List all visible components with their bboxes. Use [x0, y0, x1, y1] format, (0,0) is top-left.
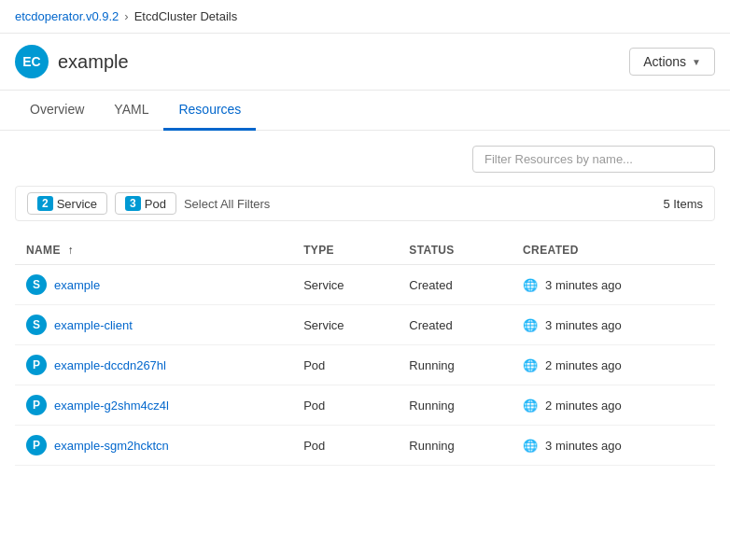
pod-count: 3 [125, 196, 141, 211]
table-row: S example Service Created 🌐 3 minutes ag… [15, 265, 715, 305]
filter-tags-row: 2 Service 3 Pod Select All Filters 5 Ite… [15, 186, 715, 221]
breadcrumb-parent[interactable]: etcdoperator.v0.9.2 [15, 9, 119, 23]
resource-name-link[interactable]: example-client [54, 318, 133, 332]
row-type: Service [292, 265, 398, 305]
resource-type-icon: P [26, 435, 47, 455]
filter-input[interactable] [472, 146, 715, 173]
items-count: 5 Items [663, 197, 703, 211]
sort-arrow-icon: ↑ [67, 244, 73, 257]
filter-tag-service[interactable]: 2 Service [27, 192, 107, 215]
table-row: P example-dccdn267hl Pod Running 🌐 2 min… [15, 345, 715, 385]
row-type: Service [292, 305, 398, 345]
row-type: Pod [292, 385, 398, 426]
filter-row [15, 146, 715, 173]
table-row: P example-sgm2hcktcn Pod Running 🌐 3 min… [15, 426, 715, 466]
created-time: 3 minutes ago [545, 318, 622, 332]
breadcrumb: etcdoperator.v0.9.2 › EtcdCluster Detail… [0, 0, 730, 34]
table-row: P example-g2shm4cz4l Pod Running 🌐 2 min… [15, 385, 715, 426]
service-count: 2 [37, 196, 53, 211]
service-label: Service [57, 197, 97, 211]
breadcrumb-current: EtcdCluster Details [134, 9, 238, 23]
tabs-bar: Overview YAML Resources [0, 91, 730, 131]
globe-icon: 🌐 [523, 358, 538, 372]
col-status: STATUS [398, 236, 512, 265]
resource-name-link[interactable]: example [54, 278, 100, 292]
chevron-down-icon: ▼ [692, 57, 701, 67]
resources-table: NAME ↑ TYPE STATUS CREATED S example Ser… [15, 236, 715, 466]
row-created: 🌐 3 minutes ago [512, 426, 715, 466]
row-type: Pod [292, 426, 398, 466]
row-created: 🌐 2 minutes ago [512, 345, 715, 385]
row-status: Running [398, 385, 512, 426]
resource-type-icon: S [26, 274, 47, 295]
row-name-cell: S example [15, 265, 292, 305]
col-type: TYPE [292, 236, 398, 265]
resource-name-link[interactable]: example-g2shm4cz4l [54, 399, 169, 413]
tab-resources[interactable]: Resources [163, 91, 256, 131]
actions-button[interactable]: Actions ▼ [629, 48, 715, 76]
row-type: Pod [292, 345, 398, 385]
col-name[interactable]: NAME ↑ [15, 236, 292, 265]
row-created: 🌐 3 minutes ago [512, 305, 715, 345]
col-created: CREATED [512, 236, 715, 265]
header: EC example Actions ▼ [0, 34, 730, 91]
row-status: Running [398, 345, 512, 385]
pod-label: Pod [145, 197, 166, 211]
created-time: 3 minutes ago [545, 278, 622, 292]
created-time: 2 minutes ago [545, 358, 622, 372]
row-name-cell: P example-dccdn267hl [15, 345, 292, 385]
header-left: EC example [15, 45, 129, 78]
filter-tags-left: 2 Service 3 Pod Select All Filters [27, 192, 270, 215]
resources-section: 2 Service 3 Pod Select All Filters 5 Ite… [0, 131, 730, 481]
resource-name-link[interactable]: example-dccdn267hl [54, 358, 166, 372]
avatar: EC [15, 45, 49, 78]
table-row: S example-client Service Created 🌐 3 min… [15, 305, 715, 345]
row-name-cell: P example-sgm2hcktcn [15, 426, 292, 466]
row-status: Created [398, 305, 512, 345]
row-created: 🌐 2 minutes ago [512, 385, 715, 426]
row-name-cell: P example-g2shm4cz4l [15, 385, 292, 426]
table-header-row: NAME ↑ TYPE STATUS CREATED [15, 236, 715, 265]
globe-icon: 🌐 [523, 278, 538, 292]
globe-icon: 🌐 [523, 439, 538, 453]
row-status: Running [398, 426, 512, 466]
resource-type-icon: P [26, 355, 47, 375]
created-time: 3 minutes ago [545, 439, 622, 453]
tab-yaml[interactable]: YAML [99, 91, 163, 131]
tab-overview[interactable]: Overview [15, 91, 99, 131]
select-all-filters[interactable]: Select All Filters [184, 197, 270, 211]
page-title: example [58, 51, 129, 73]
row-status: Created [398, 265, 512, 305]
created-time: 2 minutes ago [545, 399, 622, 413]
filter-tag-pod[interactable]: 3 Pod [115, 192, 176, 215]
resource-type-icon: S [26, 315, 47, 335]
resource-name-link[interactable]: example-sgm2hcktcn [54, 439, 169, 453]
globe-icon: 🌐 [523, 399, 538, 413]
globe-icon: 🌐 [523, 318, 538, 332]
row-name-cell: S example-client [15, 305, 292, 345]
breadcrumb-separator: › [124, 9, 128, 23]
resource-type-icon: P [26, 395, 47, 415]
row-created: 🌐 3 minutes ago [512, 265, 715, 305]
